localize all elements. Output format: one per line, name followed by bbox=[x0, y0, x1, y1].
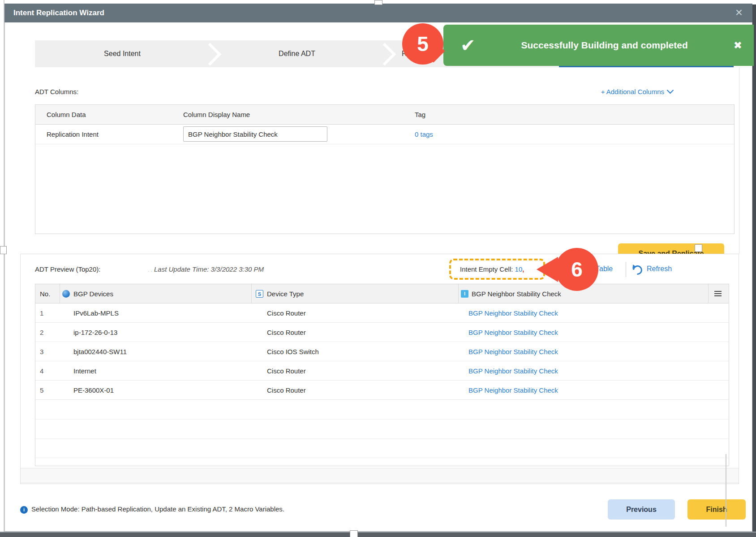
row-device: PE-3600X-01 bbox=[73, 381, 114, 400]
screenshot-root: Intent Replication Wizard × Seed Intent … bbox=[0, 0, 756, 537]
adt-columns-label: ADT Columns: bbox=[35, 88, 78, 95]
preview-table-header: No. BGP Devices S Device Type I BGP Neig… bbox=[35, 284, 729, 303]
table-row: 3 bjta002440-SW11 Cisco IOS Switch BGP N… bbox=[35, 342, 729, 361]
row-intent-link[interactable]: BGP Neighbor Stability Check bbox=[468, 323, 558, 342]
callout-6-badge: 6 bbox=[555, 248, 598, 291]
row-device: ip-172-26-0-13 bbox=[73, 323, 117, 342]
intent-empty-cell-label: Intent Empty Cell: bbox=[460, 265, 513, 273]
row-no: 5 bbox=[40, 381, 43, 400]
tags-link[interactable]: 0 tags bbox=[415, 125, 433, 144]
row-device-type: Cisco Router bbox=[267, 323, 306, 342]
string-type-icon: S bbox=[256, 290, 263, 298]
dialog-title: Intent Replication Wizard bbox=[13, 4, 104, 22]
annotation-mark: , bbox=[522, 265, 524, 273]
empty-row-separator bbox=[35, 458, 729, 458]
selection-line-artifact bbox=[726, 454, 726, 527]
close-icon[interactable]: × bbox=[730, 4, 748, 22]
selection-handle-left[interactable] bbox=[0, 246, 7, 254]
row-device-type: Cisco IOS Switch bbox=[267, 342, 319, 361]
adt-columns-row: Replication Intent 0 tags bbox=[35, 125, 734, 144]
row-no: 1 bbox=[40, 303, 43, 323]
toast-message: Successfully Building and completed bbox=[476, 40, 734, 51]
adt-columns-table-header: Column Data Column Display Name Tag bbox=[35, 105, 734, 125]
row-intent-link[interactable]: BGP Neighbor Stability Check bbox=[468, 361, 558, 381]
intent-empty-cell: Intent Empty Cell: 10, bbox=[460, 265, 524, 273]
row-intent-link[interactable]: BGP Neighbor Stability Check bbox=[468, 303, 558, 323]
table-row: 1 IPv6Lab-MPLS Cisco Router BGP Neighbor… bbox=[35, 303, 729, 323]
row-device-type: Cisco Router bbox=[267, 381, 306, 400]
content-right-border bbox=[739, 67, 739, 254]
header-column-data: Column Data bbox=[47, 105, 86, 125]
window-bottom-edge bbox=[0, 532, 756, 537]
row-device: IPv6Lab-MPLS bbox=[73, 303, 119, 323]
row-intent-link[interactable]: BGP Neighbor Stability Check bbox=[468, 381, 558, 400]
selection-mode-note: Selection Mode: Path-based Replication, … bbox=[31, 505, 284, 513]
adt-preview-label: ADT Preview (Top20): bbox=[35, 265, 100, 273]
selection-handle-top[interactable] bbox=[374, 0, 382, 5]
column-display-name-input[interactable] bbox=[183, 126, 327, 142]
header-intent-column[interactable]: BGP Neighbor Stability Check bbox=[472, 284, 561, 303]
refresh-link[interactable]: Refresh bbox=[647, 265, 672, 273]
last-update-time: . .Last Update Time: 3/3/2022 3:30 PM bbox=[148, 265, 264, 273]
row-intent-link[interactable]: BGP Neighbor Stability Check bbox=[468, 342, 558, 361]
window-right-edge bbox=[752, 4, 756, 537]
header-bgp-devices[interactable]: BGP Devices bbox=[73, 284, 113, 303]
intent-type-icon: I bbox=[461, 290, 468, 298]
selection-handle-bottom[interactable] bbox=[350, 530, 358, 537]
toolbar-divider bbox=[626, 262, 626, 277]
empty-row-separator bbox=[35, 419, 729, 420]
additional-columns-link[interactable]: + Additional Columns bbox=[573, 88, 673, 95]
adt-columns-table: Column Data Column Display Name Tag Repl… bbox=[35, 104, 735, 234]
additional-columns-label[interactable]: + Additional Columns bbox=[601, 88, 664, 95]
header-column-display-name: Column Display Name bbox=[183, 105, 250, 125]
step-seed-intent[interactable]: Seed Intent bbox=[35, 40, 210, 67]
row-device: Internet bbox=[73, 361, 96, 381]
table-row: 2 ip-172-26-0-13 Cisco Router BGP Neighb… bbox=[35, 323, 729, 342]
intent-empty-cell-value: 10 bbox=[515, 265, 523, 273]
chevron-down-icon bbox=[667, 87, 674, 94]
row-no: 2 bbox=[40, 323, 43, 342]
adt-preview-table: No. BGP Devices S Device Type I BGP Neig… bbox=[35, 284, 729, 466]
row-no: 4 bbox=[40, 361, 43, 381]
finish-button[interactable]: Finish bbox=[687, 499, 746, 520]
header-no: No. bbox=[40, 284, 50, 303]
table-row: 5 PE-3600X-01 Cisco Router BGP Neighbor … bbox=[35, 381, 729, 400]
success-toast: ✔ Successfully Building and completed ✖ bbox=[443, 25, 754, 66]
bgp-devices-icon bbox=[62, 290, 70, 298]
dialog-titlebar bbox=[4, 4, 752, 22]
active-step-indicator bbox=[559, 66, 734, 67]
info-icon: i bbox=[20, 506, 28, 514]
empty-row-separator bbox=[35, 438, 729, 439]
last-update-text: Last Update Time: 3/3/2022 3:30 PM bbox=[154, 265, 264, 273]
column-menu-icon[interactable] bbox=[714, 291, 722, 297]
row-device-type: Cisco Router bbox=[267, 361, 306, 381]
header-device-type[interactable]: Device Type bbox=[267, 284, 304, 303]
check-icon: ✔ bbox=[460, 35, 476, 56]
callout-5-badge: 5 bbox=[402, 23, 443, 65]
previous-button[interactable]: Previous bbox=[608, 499, 675, 520]
row-device-type: Cisco Router bbox=[267, 303, 306, 323]
table-row: 4 Internet Cisco Router BGP Neighbor Sta… bbox=[35, 361, 729, 381]
header-tag: Tag bbox=[415, 105, 425, 125]
selection-handle-right[interactable] bbox=[695, 244, 702, 252]
horizontal-scrollbar[interactable] bbox=[21, 468, 739, 483]
step-define-adt[interactable]: Define ADT bbox=[210, 40, 384, 67]
last-update-dots: . . bbox=[148, 267, 152, 273]
column-data-value: Replication Intent bbox=[47, 125, 99, 144]
callout-6-arrow-icon bbox=[537, 257, 558, 282]
toast-close-icon[interactable]: ✖ bbox=[734, 39, 742, 52]
row-no: 3 bbox=[40, 342, 43, 361]
row-device: bjta002440-SW11 bbox=[73, 342, 127, 361]
